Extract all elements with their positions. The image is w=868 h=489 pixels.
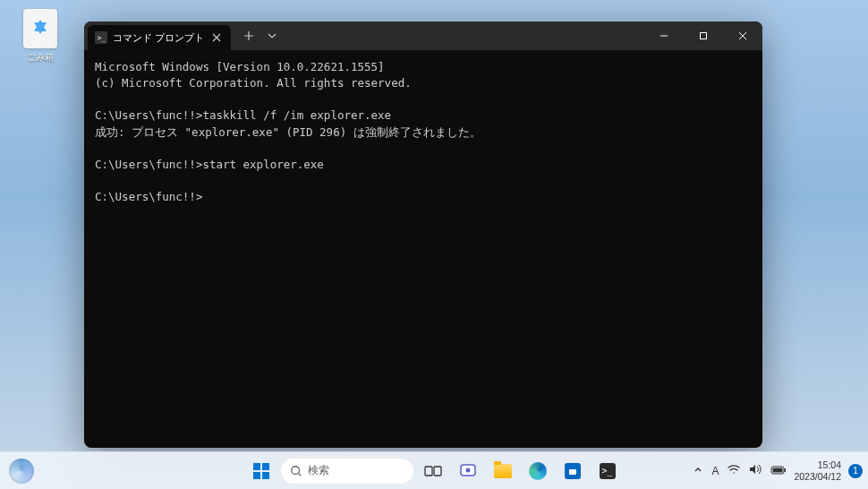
taskbar-right: A 15:04 2023/04/12 1 <box>694 459 863 482</box>
terminal-window: >_ コマンド プロンプト Microsoft Windows [Version… <box>84 21 762 448</box>
clock-time: 15:04 <box>794 459 841 471</box>
minimize-button[interactable] <box>644 21 684 50</box>
terminal-output[interactable]: Microsoft Windows [Version 10.0.22621.15… <box>84 50 762 448</box>
svg-point-7 <box>465 468 470 472</box>
search-icon <box>290 465 302 477</box>
tray-chevron-icon[interactable] <box>694 464 702 477</box>
titlebar[interactable]: >_ コマンド プロンプト <box>84 21 762 50</box>
edge-button[interactable] <box>522 455 554 487</box>
close-icon <box>738 31 747 40</box>
chevron-down-icon <box>268 33 277 39</box>
start-button[interactable] <box>245 455 277 487</box>
taskbar-left <box>5 455 38 487</box>
chat-button[interactable] <box>452 455 484 487</box>
taskbar-center: 検索 >_ <box>245 455 624 487</box>
battery-icon[interactable] <box>770 464 787 477</box>
notification-badge[interactable]: 1 <box>848 464 863 478</box>
widgets-icon <box>9 459 34 484</box>
volume-icon[interactable] <box>749 464 762 477</box>
tab-cmd[interactable]: >_ コマンド プロンプト <box>88 25 231 50</box>
widgets-button[interactable] <box>5 455 38 487</box>
terminal-app-button[interactable]: >_ <box>591 455 624 487</box>
task-view-button[interactable] <box>417 455 449 487</box>
svg-rect-5 <box>434 467 441 476</box>
clock[interactable]: 15:04 2023/04/12 <box>794 459 841 482</box>
svg-point-3 <box>291 466 299 474</box>
store-icon <box>565 463 581 479</box>
tab-title: コマンド プロンプト <box>113 31 204 45</box>
taskbar: 検索 >_ A <box>0 451 868 489</box>
recycle-bin-label: ごみ箱 <box>18 51 63 64</box>
taskbar-search[interactable]: 検索 <box>280 458 414 485</box>
window-controls <box>644 21 762 50</box>
svg-rect-2 <box>701 33 707 39</box>
store-button[interactable] <box>557 455 589 487</box>
edge-icon <box>529 462 547 480</box>
svg-text:>_: >_ <box>98 34 106 42</box>
recycle-bin-icon <box>23 9 57 48</box>
ime-indicator[interactable]: A <box>711 465 719 477</box>
search-placeholder: 検索 <box>308 463 329 478</box>
wifi-icon[interactable] <box>728 464 740 477</box>
svg-rect-10 <box>773 468 783 473</box>
maximize-button[interactable] <box>684 21 723 50</box>
new-tab-button[interactable] <box>236 25 261 47</box>
chat-icon <box>459 462 477 480</box>
tab-close-button[interactable] <box>209 30 224 45</box>
cmd-icon: >_ <box>95 31 107 44</box>
plus-icon <box>243 30 254 41</box>
close-button[interactable] <box>723 21 762 50</box>
folder-icon <box>494 464 512 478</box>
file-explorer-button[interactable] <box>487 455 519 487</box>
svg-rect-4 <box>425 467 432 476</box>
terminal-icon: >_ <box>600 463 616 479</box>
tab-dropdown-button[interactable] <box>263 25 281 47</box>
windows-logo-icon <box>253 463 269 479</box>
close-icon <box>212 33 221 42</box>
svg-rect-11 <box>785 468 787 472</box>
system-tray[interactable]: A <box>694 464 787 477</box>
minimize-icon <box>660 31 668 40</box>
task-view-icon <box>424 464 442 478</box>
svg-rect-8 <box>569 469 576 475</box>
clock-date: 2023/04/12 <box>794 471 841 483</box>
maximize-icon <box>699 31 708 40</box>
recycle-bin-desktop-icon[interactable]: ごみ箱 <box>18 9 63 64</box>
